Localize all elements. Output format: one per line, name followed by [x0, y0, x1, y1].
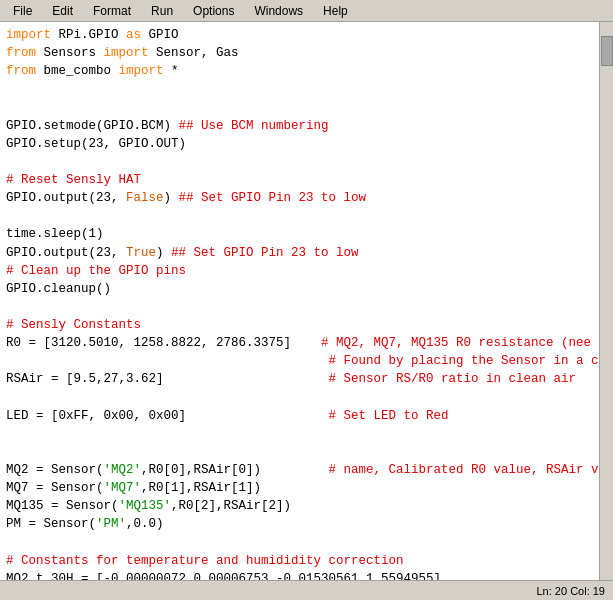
status-bar: Ln: 20 Col: 19	[0, 580, 613, 600]
menu-file[interactable]: File	[4, 1, 41, 21]
menu-windows[interactable]: Windows	[245, 1, 312, 21]
scrollbar-thumb[interactable]	[601, 36, 613, 66]
editor-area[interactable]: import RPi.GPIO as GPIO from Sensors imp…	[0, 22, 613, 580]
menu-help[interactable]: Help	[314, 1, 357, 21]
menu-options[interactable]: Options	[184, 1, 243, 21]
cursor-position: Ln: 20 Col: 19	[537, 585, 606, 597]
menu-bar: File Edit Format Run Options Windows Hel…	[0, 0, 613, 22]
menu-format[interactable]: Format	[84, 1, 140, 21]
code-content: import RPi.GPIO as GPIO from Sensors imp…	[0, 22, 613, 580]
menu-edit[interactable]: Edit	[43, 1, 82, 21]
menu-run[interactable]: Run	[142, 1, 182, 21]
vertical-scrollbar[interactable]	[599, 22, 613, 580]
